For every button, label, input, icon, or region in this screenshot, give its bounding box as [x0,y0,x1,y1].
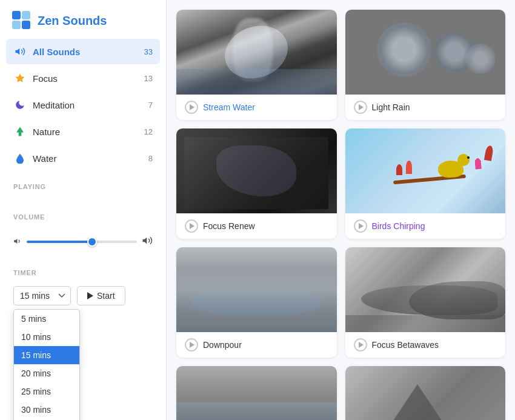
dropdown-item-10[interactable]: 10 mins [14,328,79,346]
ground [345,315,506,332]
moon-icon [13,98,27,112]
svg-marker-5 [16,127,24,136]
birds-chirping-image [345,128,506,213]
svg-marker-8 [87,292,93,299]
sidebar-item-water-label: Water [33,153,142,164]
hill-2 [409,281,505,319]
water-bottom [176,402,337,420]
bird-head [457,154,470,166]
svg-marker-14 [359,342,364,348]
svg-marker-7 [143,238,147,244]
svg-marker-9 [190,104,194,110]
focus-betawaves-name: Focus Betawaves [372,340,439,350]
sidebar-item-nature-count: 12 [144,127,153,136]
sidebar-item-meditation[interactable]: Meditation 7 [6,92,160,118]
timer-select[interactable]: 5 mins 10 mins 15 mins 20 mins 25 mins 3… [13,286,71,305]
light-rain-play-btn[interactable] [354,101,367,114]
play-icon-birds [359,223,364,229]
flower-right-1 [484,145,494,161]
downpour-image [176,247,337,332]
timer-row: 5 mins 10 mins 15 mins 20 mins 25 mins 3… [13,286,153,305]
volume-slider[interactable] [27,241,137,243]
sidebar-item-water[interactable]: Water 8 [6,145,160,171]
water-pool [176,69,337,95]
birds-chirping-name: Birds Chirping [372,221,425,231]
birds-chirping-play-btn[interactable] [354,219,367,233]
focus-betawaves-footer: Focus Betawaves [345,332,506,358]
raindrop-1 [377,22,431,77]
volume-row [13,235,153,248]
sidebar-header: Zen Sounds [0,0,166,39]
svg-rect-3 [22,21,30,29]
droplet-icon [13,152,27,165]
sidebar-item-focus-count: 13 [144,74,153,83]
stream-water-image [176,10,337,95]
focus-renew-image [176,128,337,213]
svg-marker-4 [16,74,25,82]
sound-card-birds-chirping[interactable]: Birds Chirping [345,128,506,239]
sound-card-focus-betawaves[interactable]: Focus Betawaves [345,247,506,358]
focus-renew-play-btn[interactable] [185,219,198,233]
stream-water-name: Stream Water [203,102,255,112]
sound-card-focus-renew[interactable]: Focus Renew [176,128,337,239]
sidebar-item-water-count: 8 [148,154,153,163]
nav-list: All Sounds 33 Focus 13 Meditation 7 [0,39,166,172]
playing-section-label: PLAYING [0,172,166,194]
sidebar-item-nature[interactable]: Nature 12 [6,119,160,144]
stream-water-play-btn[interactable] [185,101,198,114]
flower-right-2 [475,158,482,170]
sidebar-item-all-sounds-count: 33 [144,47,153,56]
svg-marker-10 [359,104,364,110]
sidebar-item-meditation-label: Meditation [33,100,142,110]
birds-chirping-footer: Birds Chirping [345,213,506,239]
sidebar-item-focus-label: Focus [33,73,138,84]
sound-8-image [345,366,506,420]
dropdown-item-20[interactable]: 20 mins [14,364,79,382]
stream-water-footer: Stream Water [176,95,337,120]
sidebar-item-meditation-count: 7 [148,101,153,110]
svg-marker-13 [190,342,194,348]
play-icon-rain [359,104,364,110]
focus-renew-footer: Focus Renew [176,213,337,239]
raindrop-3 [465,44,496,74]
sound-card-stream-water[interactable]: Stream Water [176,10,337,120]
sound-card-7[interactable] [176,366,337,420]
waterfall-effect [233,18,273,82]
dropdown-item-15[interactable]: 15 mins [14,346,79,364]
sidebar-item-all-sounds[interactable]: All Sounds 33 [6,39,160,64]
sidebar-item-all-sounds-label: All Sounds [33,47,138,57]
focus-betawaves-play-btn[interactable] [354,338,367,352]
bird-eye [467,156,470,159]
tent-shape [393,384,442,420]
sound-7-image [176,366,337,420]
play-icon [87,292,93,299]
dropdown-item-25[interactable]: 25 mins [14,382,79,401]
svg-rect-2 [12,21,21,29]
flower-2 [406,161,412,174]
flower-1 [396,164,402,175]
tree-icon [13,125,27,138]
timer-section-label: TIMER [0,258,166,280]
dropdown-item-30[interactable]: 30 mins [14,401,79,419]
sidebar-item-focus[interactable]: Focus 13 [6,65,160,91]
downpour-footer: Downpour [176,332,337,358]
focus-renew-name: Focus Renew [203,221,255,231]
sounds-grid: Stream Water Light Rain [176,10,505,420]
main-content: Stream Water Light Rain [167,0,515,420]
downpour-play-btn[interactable] [185,338,198,352]
sound-card-downpour[interactable]: Downpour [176,247,337,358]
start-button[interactable]: Start [77,286,125,305]
logo-icon [12,11,32,30]
play-icon-focus [190,223,194,229]
sound-card-light-rain[interactable]: Light Rain [345,10,506,120]
dropdown-item-5[interactable]: 5 mins [14,310,79,328]
svg-marker-11 [190,223,194,229]
sound-card-8[interactable] [345,366,506,420]
light-rain-image [345,10,506,95]
timer-select-wrapper: 5 mins 10 mins 15 mins 20 mins 25 mins 3… [13,286,71,305]
volume-low-icon [13,237,22,247]
water-surface [192,290,321,315]
play-icon-downpour [190,342,194,348]
svg-rect-1 [22,11,30,19]
star-icon [13,72,27,85]
